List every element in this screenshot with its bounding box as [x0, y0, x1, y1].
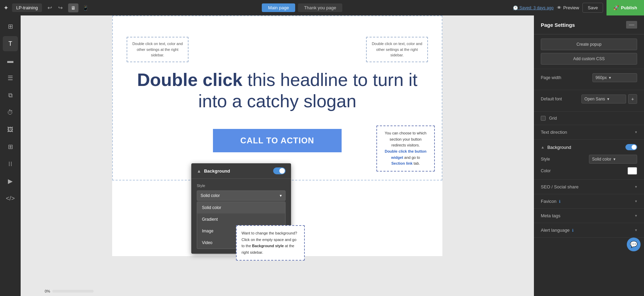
topbar-actions: ↩ ↪	[45, 3, 65, 12]
text-direction-chevron: ▾	[635, 130, 637, 134]
sidebar-item-timer[interactable]: ⏱	[3, 105, 18, 120]
cta-tooltip: You can choose to which section your but…	[376, 125, 435, 172]
change-bg-tooltip: Want to change the background? Click on …	[236, 225, 305, 261]
create-popup-button[interactable]: Create popup	[541, 39, 637, 50]
grid-checkbox[interactable]	[541, 116, 546, 121]
seo-section: SEO / Social share ▾	[534, 180, 644, 194]
publish-button[interactable]: 🚀 Publish	[607, 0, 644, 15]
alert-lang-row[interactable]: Alert language ℹ ▾	[534, 223, 644, 237]
eye-icon: 👁	[557, 5, 561, 10]
tooltip-suffix: tab.	[412, 161, 420, 165]
sidebar-close-button[interactable]: —	[626, 21, 637, 29]
favicon-label: Favicon ℹ	[541, 199, 560, 204]
right-sidebar: Page Settings — Create popup Add custom …	[534, 15, 644, 296]
add-font-button[interactable]: +	[628, 94, 637, 104]
dropdown-item-solid[interactable]: Solid color	[197, 202, 285, 213]
page-width-row: Page width 960px ▾	[541, 73, 637, 82]
preview-button[interactable]: 👁 Preview	[557, 5, 579, 10]
sidebar-header: Page Settings —	[534, 15, 644, 34]
default-font-section: Default font Open Sans ▾ +	[534, 90, 644, 112]
main-layout: ⊞ T ▬ ☰ ⧉ ⏱ 🖼 ⊞ ⁞⁞ ▶ </> Double click on…	[0, 15, 644, 296]
dropdown-item-gradient[interactable]: Gradient	[197, 213, 285, 225]
meta-tags-chevron: ▾	[635, 213, 637, 218]
hero-hints: Double click on text, color and other se…	[127, 37, 428, 62]
bg-style-label: Style	[197, 184, 286, 188]
redo-button[interactable]: ↪	[56, 3, 65, 12]
page-width-label: Page width	[541, 75, 561, 80]
background-body: Style Solid color ▾ Color	[534, 155, 644, 179]
topbar: ✦ LP-training ↩ ↪ 🖥 📱 Main page Thank yo…	[0, 0, 644, 15]
meta-tags-row[interactable]: Meta tags ▾	[534, 209, 644, 223]
bg-style-row: Style Solid color ▾	[541, 155, 637, 164]
bg-collapse-icon: ▲	[541, 145, 545, 149]
live-chat-button[interactable]: 💬	[627, 238, 641, 251]
color-label: Color	[541, 168, 551, 173]
cta-area: CALL TO ACTION You can choose to which s…	[127, 129, 428, 152]
sidebar-item-section[interactable]: ▬	[3, 53, 18, 68]
sidebar-item-grid[interactable]: ⊞	[3, 19, 18, 34]
sidebar-item-rows[interactable]: ☰	[3, 70, 18, 86]
favicon-info-icon: ℹ	[559, 199, 560, 204]
meta-tags-label: Meta tags	[541, 213, 560, 218]
select-arrow-icon: ▾	[280, 193, 282, 198]
hint-box-left: Double click on text, color and other se…	[127, 37, 189, 62]
cta-button[interactable]: CALL TO ACTION	[213, 129, 342, 152]
bg-popup-title: ▲ Background	[197, 168, 230, 174]
hero-section[interactable]: Double click on text, color and other se…	[112, 15, 442, 180]
sidebar-item-text[interactable]: T	[3, 36, 18, 51]
tooltip-text-mid: and go to	[403, 155, 420, 160]
bg-style-row-select[interactable]: Solid color ▾	[589, 155, 637, 164]
sidebar-item-dots[interactable]: ⁞⁞	[3, 156, 18, 172]
publish-icon: 🚀	[613, 5, 619, 10]
undo-button[interactable]: ↩	[45, 3, 54, 12]
background-section: ▲ Background Style Solid color ▾ Color	[534, 140, 644, 180]
bg-sidebar-toggle[interactable]	[625, 144, 637, 150]
background-label: Background	[547, 145, 571, 150]
sidebar-item-code[interactable]: </>	[3, 191, 18, 206]
sidebar-item-video[interactable]: ▶	[3, 174, 18, 189]
alert-lang-label: Alert language ℹ	[541, 228, 573, 233]
canvas-page: Double click on text, color and other se…	[112, 15, 442, 256]
icon-sidebar: ⊞ T ▬ ☰ ⧉ ⏱ 🖼 ⊞ ⁞⁞ ▶ </>	[0, 15, 21, 296]
sidebar-item-image[interactable]: 🖼	[3, 122, 18, 137]
page-width-arrow: ▾	[609, 75, 611, 80]
seo-row[interactable]: SEO / Social share ▾	[534, 180, 644, 194]
favicon-row[interactable]: Favicon ℹ ▾	[534, 194, 644, 208]
text-direction-label: Text direction	[541, 130, 567, 135]
headline-bold: Double click	[137, 70, 242, 90]
seo-label: SEO / Social share	[541, 184, 579, 189]
bg-toggle-switch[interactable]	[273, 167, 286, 174]
tooltip-text-plain: You can choose to which section your but…	[385, 131, 426, 147]
main-page-tab[interactable]: Main page	[262, 3, 295, 12]
thank-you-page-tab[interactable]: Thank you page	[298, 3, 342, 12]
add-custom-css-button[interactable]: Add custom CSS	[541, 53, 637, 65]
sidebar-item-clone[interactable]: ⧉	[3, 88, 18, 103]
progress-label: 0%	[45, 289, 50, 293]
app-name[interactable]: LP-training	[12, 3, 42, 12]
page-width-select[interactable]: 960px ▾	[592, 73, 637, 82]
color-row: Color	[541, 167, 637, 175]
desktop-view-button[interactable]: 🖥	[68, 3, 78, 12]
sidebar-title: Page Settings	[541, 22, 575, 28]
sidebar-item-widget[interactable]: ⊞	[3, 139, 18, 154]
font-arrow: ▾	[607, 97, 609, 101]
alert-lang-chevron: ▾	[635, 228, 637, 232]
color-swatch[interactable]	[627, 167, 637, 175]
topbar-right: 🕐 Saved: 3 days ago 👁 Preview Save 🚀 Pub…	[513, 0, 644, 15]
tooltip-link-bold[interactable]: Section link	[391, 161, 412, 165]
text-direction-header[interactable]: Text direction ▾	[534, 125, 644, 139]
background-header[interactable]: ▲ Background	[534, 140, 644, 155]
collapse-chevron[interactable]: ▲	[197, 168, 201, 174]
bg-style-select[interactable]: Solid color ▾	[197, 190, 286, 201]
bg-sidebar-knob	[632, 145, 636, 150]
logo-icon: ✦	[3, 4, 9, 12]
style-select-arrow: ▾	[613, 157, 615, 162]
bg-toggle-knob	[279, 168, 285, 174]
progress-bar-area: 0%	[45, 289, 94, 293]
mobile-view-button[interactable]: 📱	[80, 3, 91, 12]
default-font-row: Default font Open Sans ▾ +	[541, 94, 637, 104]
hero-headline[interactable]: Double click this headline to turn it in…	[127, 69, 428, 112]
save-button[interactable]: Save	[582, 3, 603, 13]
text-direction-section: Text direction ▾	[534, 125, 644, 140]
default-font-select[interactable]: Open Sans ▾	[581, 95, 626, 103]
